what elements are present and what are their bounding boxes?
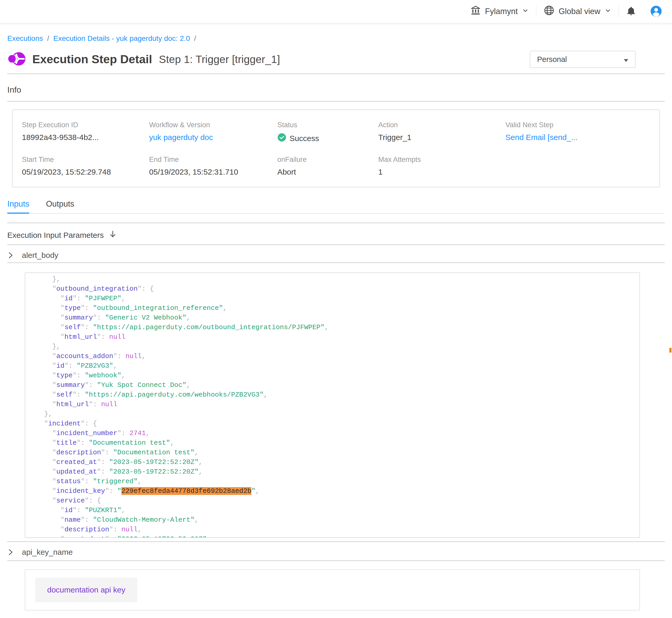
tab-inputs[interactable]: Inputs <box>7 199 29 214</box>
breadcrumb-executions[interactable]: Executions <box>7 34 43 43</box>
field-status: Status Success <box>277 121 379 144</box>
title-row: Execution Step Detail Step 1: Trigger [t… <box>7 50 665 68</box>
code-line: "service": { <box>28 496 640 506</box>
status-text: Success <box>289 134 319 143</box>
field-action: Action Trigger_1 <box>378 121 505 144</box>
code-line: "title": "Documentation test", <box>28 438 640 448</box>
code-line: "id": "PJFWPEP", <box>28 294 640 303</box>
api-key-name-chip: documentation api key <box>35 578 137 602</box>
arrow-down-icon <box>109 230 117 240</box>
section-alert-body[interactable]: alert_body <box>7 251 665 260</box>
divider <box>7 73 665 74</box>
code-line: }, <box>28 409 640 419</box>
code-line: "incident_key": "229efec8feda44778d3fe69… <box>28 486 640 496</box>
divider <box>7 560 665 561</box>
code-line: "type": "webhook", <box>28 371 640 381</box>
code-line: "type": "outbound_integration_reference"… <box>28 303 640 313</box>
caret-down-icon <box>624 55 628 64</box>
code-line: "self": "https://api.pagerduty.com/webho… <box>28 390 640 400</box>
notifications-button[interactable] <box>619 6 643 17</box>
breadcrumb-separator: / <box>47 34 49 43</box>
scope-select-value: Personal <box>537 55 567 64</box>
code-line: "incident": { <box>28 419 640 429</box>
divider <box>7 222 665 223</box>
bank-icon <box>471 5 481 18</box>
globe-icon <box>543 5 555 18</box>
info-card: Step Execution ID 18992a43-9538-4b2... W… <box>12 110 660 187</box>
code-line: "html_url": null <box>28 400 640 409</box>
section-api-key-name[interactable]: api_key_name <box>7 548 665 556</box>
divider <box>7 101 665 102</box>
user-avatar[interactable] <box>643 5 667 18</box>
scrollbar-highlight-marker <box>669 348 671 352</box>
section-label: alert_body <box>22 251 58 260</box>
code-line: "status": "triggered", <box>28 477 640 486</box>
code-line: "summary": "Yuk Spot Connect Doc", <box>28 381 640 390</box>
code-line: "incident_number": 2741, <box>28 429 640 438</box>
code-line: "self": "https://api.pagerduty.com/outbo… <box>28 323 640 332</box>
code-line: "description": "Documentation test", <box>28 448 640 457</box>
info-heading: Info <box>7 85 665 95</box>
org-name: Fylamynt <box>485 7 518 16</box>
next-step-link[interactable]: Send Email [send_... <box>506 133 657 142</box>
chevron-right-icon <box>7 251 14 259</box>
code-line: "html_url": null <box>28 332 640 342</box>
avatar-icon <box>650 5 662 18</box>
page-title: Execution Step Detail <box>32 53 152 66</box>
field-start-time: Start Time 05/19/2023, 15:52:29.748 <box>22 156 149 177</box>
code-line: }, <box>28 342 640 351</box>
code-line: "name": "CloudWatch-Memory-Alert", <box>28 515 640 525</box>
chevron-right-icon <box>7 548 14 556</box>
alert-body-json: "self": "https://fylamynt.pagerduty.com/… <box>25 273 640 538</box>
alert-body-json-viewer[interactable]: "self": "https://fylamynt.pagerduty.com/… <box>25 273 640 538</box>
org-switcher[interactable]: Fylamynt <box>463 5 536 18</box>
breadcrumb-separator: / <box>194 34 196 43</box>
field-valid-next-step: Valid Next Step Send Email [send_... <box>506 121 657 144</box>
field-step-execution-id: Step Execution ID 18992a43-9538-4b2... <box>22 121 149 144</box>
divider <box>7 541 665 542</box>
view-name: Global view <box>559 7 600 16</box>
workflow-link[interactable]: yuk pagerduty doc <box>149 133 277 142</box>
chevron-down-icon <box>604 7 611 16</box>
code-line: "id": "PUZKRT1", <box>28 506 640 515</box>
api-key-name-value-box: documentation api key <box>25 569 640 610</box>
execution-input-parameters-heading: Execution Input Parameters <box>7 230 665 240</box>
code-line: "created_at": "2023-05-19T22:52:20Z", <box>28 534 640 538</box>
code-line: "updated_at": "2023-05-19T22:52:20Z", <box>28 467 640 477</box>
field-onfailure: onFailure Abort <box>277 156 379 177</box>
divider <box>7 244 665 245</box>
breadcrumb: Executions / Execution Details - yuk pag… <box>7 34 665 43</box>
chevron-down-icon <box>522 7 529 16</box>
code-line: }, <box>28 275 640 284</box>
code-line: "description": null, <box>28 525 640 534</box>
code-line: "self": "https://fylamynt.pagerduty.com/… <box>28 273 640 275</box>
page-subtitle: Step 1: Trigger [trigger_1] <box>159 54 280 66</box>
scope-select[interactable]: Personal <box>530 51 636 68</box>
topbar: Fylamynt Global view <box>0 0 672 23</box>
field-end-time: End Time 05/19/2023, 15:52:31.710 <box>149 156 277 177</box>
success-check-icon <box>277 133 286 144</box>
bell-icon <box>625 6 637 17</box>
tabs: Inputs Outputs <box>7 199 665 214</box>
code-line: "summary": "Generic V2 Webhook", <box>28 313 640 323</box>
tab-outputs[interactable]: Outputs <box>46 199 74 214</box>
view-switcher[interactable]: Global view <box>536 5 618 18</box>
field-max-attempts: Max Attempts 1 <box>378 156 505 177</box>
code-line: "outbound_integration": { <box>28 284 640 294</box>
section-label: api_key_name <box>22 548 73 556</box>
tab-hairline <box>7 213 665 214</box>
code-line: "id": "PZB2VG3", <box>28 361 640 371</box>
workflow-fork-icon <box>7 50 26 68</box>
breadcrumb-execution-details[interactable]: Execution Details - yuk pagerduty doc: 2… <box>54 34 190 43</box>
field-workflow-version: Workflow & Version yuk pagerduty doc <box>149 121 277 144</box>
divider <box>7 262 665 263</box>
code-line: "accounts_addon": null, <box>28 351 640 361</box>
code-line: "created_at": "2023-05-19T22:52:20Z", <box>28 457 640 467</box>
